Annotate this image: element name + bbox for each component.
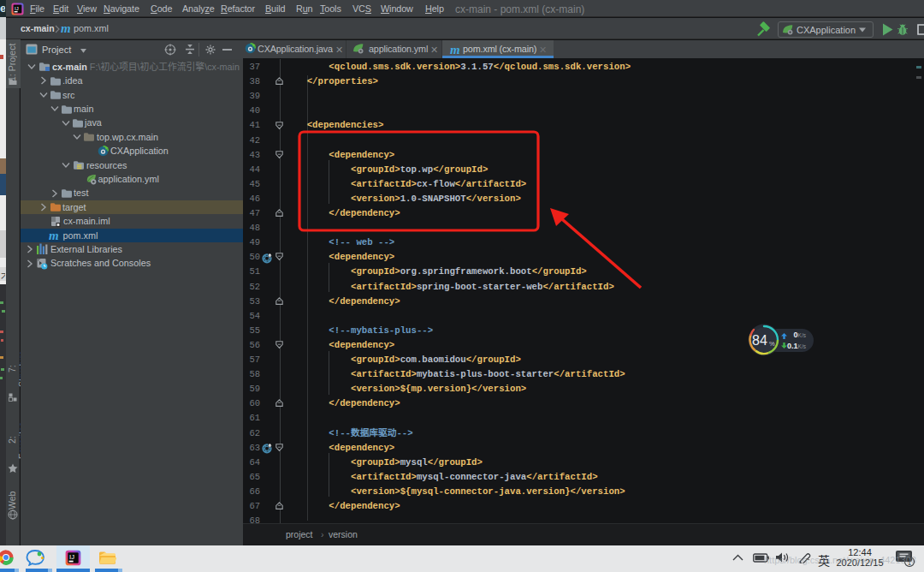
svg-text:%: % — [769, 340, 775, 348]
svg-text:IJ: IJ — [69, 553, 74, 561]
svg-text:IJ: IJ — [15, 6, 19, 11]
svg-text:84: 84 — [752, 333, 767, 348]
